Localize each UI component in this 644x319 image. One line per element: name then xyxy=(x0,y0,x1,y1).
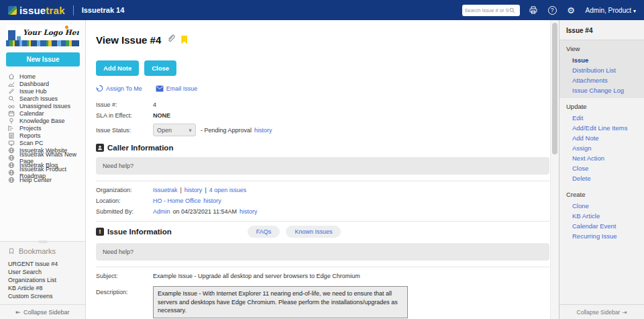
pipe-separator: | xyxy=(180,187,182,193)
rs-link-add-note[interactable]: Add Note xyxy=(559,133,644,143)
brand-trak: trak xyxy=(46,5,64,16)
page-title: View Issue #4 xyxy=(96,34,161,46)
global-search[interactable] xyxy=(462,5,520,16)
rs-link-distribution-list[interactable]: Distribution List xyxy=(559,65,644,75)
reports-icon xyxy=(8,132,15,139)
bookmark-item-kb-article[interactable]: KB Article #8 xyxy=(0,284,85,292)
panel-drag-handle[interactable] xyxy=(38,240,48,243)
assign-to-me-label: Assign To Me xyxy=(106,85,142,92)
group-create-label: Create xyxy=(559,186,644,201)
scrollbar-thumb[interactable] xyxy=(552,23,557,154)
issue-status-select[interactable]: Open ∨ xyxy=(153,124,196,136)
bookmark-item-user-search[interactable]: User Search xyxy=(0,268,85,276)
rs-link-attachments[interactable]: Attachments xyxy=(559,75,644,85)
status-history-link[interactable]: history xyxy=(254,127,272,134)
calendar-icon xyxy=(8,110,15,117)
help-icon[interactable]: ? xyxy=(547,5,557,15)
rs-link-issue-change-log[interactable]: Issue Change Log xyxy=(559,85,644,95)
assign-icon xyxy=(96,85,103,92)
bookmark-item-urgent-issue[interactable]: URGENT Issue #4 xyxy=(0,260,85,268)
rs-link-next-action[interactable]: Next Action xyxy=(559,153,644,163)
bookmark-icon xyxy=(8,248,15,255)
sidebar-item-dashboard[interactable]: Dashboard xyxy=(0,80,85,87)
caller-information-heading: Caller Information xyxy=(107,144,173,152)
sla-value: NONE xyxy=(153,112,170,119)
bookmarks-title: Bookmarks xyxy=(0,247,85,255)
logo-mark-icon xyxy=(8,6,17,15)
sidebar-item-issue-hub[interactable]: Issue Hub xyxy=(0,87,85,95)
divider xyxy=(96,221,549,222)
sidebar-nav: Home Dashboard Issue Hub Search Issues U… xyxy=(0,71,85,183)
sidebar-item-knowledge-base[interactable]: Knowledge Base xyxy=(0,117,85,124)
search-input[interactable] xyxy=(465,7,509,13)
nav-label: Reports xyxy=(19,132,41,139)
add-note-button[interactable]: Add Note xyxy=(96,60,139,76)
sidebar-item-product-roadmap[interactable]: Issuetrak Product Roadmap xyxy=(0,169,85,176)
rs-link-kb-article[interactable]: KB Article xyxy=(559,211,644,221)
email-icon xyxy=(156,85,164,92)
customer-logo: Your Logo Here xyxy=(6,25,79,46)
rs-link-calendar-event[interactable]: Calendar Event xyxy=(559,221,644,231)
subject-value: Example Issue - Upgrade all desktop and … xyxy=(153,273,360,279)
paperclip-icon[interactable] xyxy=(166,34,176,46)
assign-to-me-link[interactable]: Assign To Me xyxy=(96,85,142,92)
submitted-by-link[interactable]: Admin xyxy=(153,208,170,215)
whats-new-globe-icon xyxy=(8,154,15,161)
group-update-label: Update xyxy=(559,98,644,113)
sidebar-item-calendar[interactable]: Calendar xyxy=(0,109,85,117)
bookmark-item-custom-screens[interactable]: Custom Screens xyxy=(0,292,85,300)
faqs-button[interactable]: FAQs xyxy=(248,226,280,238)
sidebar-item-search-issues[interactable]: Search Issues xyxy=(0,95,85,102)
print-icon[interactable] xyxy=(529,5,539,15)
bookmark-flag-icon[interactable] xyxy=(181,36,187,44)
collapse-left-sidebar[interactable]: ⇤ Collapse Sidebar xyxy=(0,304,85,319)
chevron-down-icon: ∨ xyxy=(189,128,192,133)
rs-link-edit[interactable]: Edit xyxy=(559,113,644,123)
organization-history-link[interactable]: history xyxy=(184,187,203,193)
rs-link-clone[interactable]: Clone xyxy=(559,201,644,211)
issue-number-label: Issue #: xyxy=(96,101,153,108)
sidebar-item-scan-pc[interactable]: Scan PC xyxy=(0,139,85,146)
sidebar-item-whats-new[interactable]: Issuetrak Whats New Page xyxy=(0,154,85,161)
group-update: Update Edit Add/Edit Line Items Add Note… xyxy=(559,98,644,186)
issue-status-value: Open xyxy=(157,127,172,134)
issue-number-value: 4 xyxy=(153,101,156,108)
issuetrak-logo[interactable]: issue trak xyxy=(8,5,65,16)
rs-link-assign[interactable]: Assign xyxy=(559,143,644,153)
rs-link-recurring-issue[interactable]: Recurring Issue xyxy=(559,231,644,241)
rs-link-delete[interactable]: Delete xyxy=(559,173,644,183)
location-link[interactable]: HO - Home Office xyxy=(153,197,201,204)
collapse-right-sidebar[interactable]: Collapse Sidebar ⇥ xyxy=(559,304,644,319)
issue-information-icon: ! xyxy=(96,228,104,236)
rs-link-add-edit-line-items[interactable]: Add/Edit Line Items xyxy=(559,123,644,133)
main-scrollbar[interactable] xyxy=(550,20,559,319)
gear-icon[interactable]: ⚙ xyxy=(566,5,576,15)
caller-information-icon xyxy=(96,144,104,152)
user-menu[interactable]: Admin, Product▾ xyxy=(586,7,636,14)
description-textarea[interactable]: Example Issue - With Internet Explorer 1… xyxy=(153,286,408,318)
open-issues-link[interactable]: 4 open issues xyxy=(209,187,247,193)
description-label: Description: xyxy=(96,286,153,295)
close-button[interactable]: Close xyxy=(144,60,176,76)
known-issues-button[interactable]: Known Issues xyxy=(286,226,341,238)
issue-need-help-panel[interactable]: Need help? xyxy=(96,243,549,261)
new-issue-button[interactable]: New Issue xyxy=(6,52,80,66)
organization-link[interactable]: Issuetrak xyxy=(153,187,178,193)
caller-need-help-panel[interactable]: Need help? xyxy=(96,157,549,175)
location-history-link[interactable]: history xyxy=(203,197,221,204)
issue-hub-icon xyxy=(8,88,15,95)
sidebar-item-home[interactable]: Home xyxy=(0,73,85,80)
email-issue-link[interactable]: Email Issue xyxy=(156,85,198,92)
rs-link-issue[interactable]: Issue xyxy=(559,55,644,65)
submitted-history-link[interactable]: history xyxy=(239,208,258,215)
rs-link-close[interactable]: Close xyxy=(559,163,644,173)
sidebar-item-reports[interactable]: Reports xyxy=(0,132,85,139)
projects-icon xyxy=(8,125,15,132)
sidebar-item-unassigned-issues[interactable]: Unassigned Issues xyxy=(0,102,85,109)
search-icon[interactable] xyxy=(509,4,515,16)
sidebar-item-projects[interactable]: Projects xyxy=(0,124,85,132)
bookmarks-panel: Bookmarks URGENT Issue #4 User Search Or… xyxy=(0,241,85,304)
bookmark-item-organizations-list[interactable]: Organizations List xyxy=(0,276,85,284)
email-issue-label: Email Issue xyxy=(166,85,198,92)
group-view: View Issue Distribution List Attachments… xyxy=(559,40,644,98)
